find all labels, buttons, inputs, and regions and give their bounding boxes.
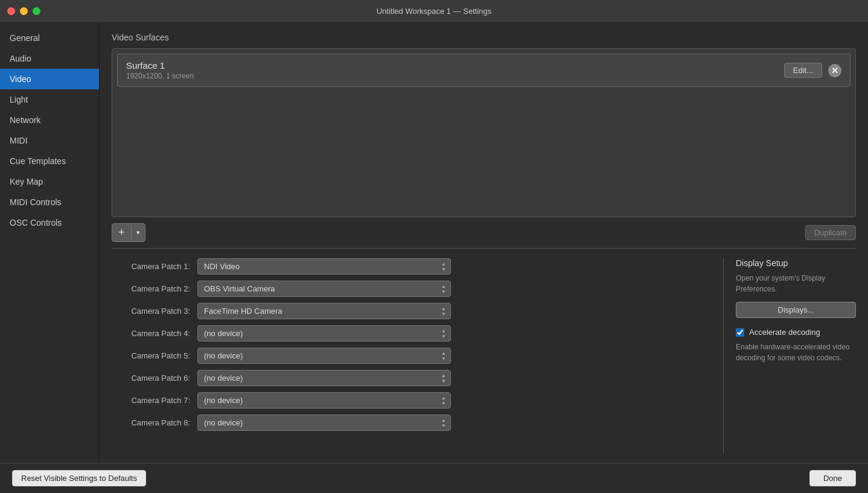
section-title: Video Surfaces (112, 33, 856, 42)
camera-patch-select-5[interactable]: (no device) (197, 370, 451, 386)
displays-button[interactable]: Displays... (736, 302, 856, 318)
content-area: Video Surfaces Surface 1 1920x1200, 1 sc… (100, 23, 868, 463)
reset-button[interactable]: Reset Visible Settings to Defaults (12, 470, 146, 486)
edit-surface-button[interactable]: Edit... (784, 63, 822, 78)
display-setup: Display Setup Open your system's Display… (723, 258, 856, 453)
toolbar-row: + ▾ Duplicate (100, 217, 868, 248)
sidebar-item-network[interactable]: Network (0, 110, 99, 130)
camera-patch-label-0: Camera Patch 1: (112, 262, 190, 271)
done-button[interactable]: Done (809, 470, 856, 486)
sidebar-item-midi-controls[interactable]: MIDI Controls (0, 192, 99, 212)
sidebar: General Audio Video Light Network MIDI C… (0, 23, 100, 463)
camera-patch-row-2: Camera Patch 3: FaceTime HD Camera (no d… (112, 303, 711, 319)
camera-patch-row-1: Camera Patch 2: OBS Virtual Camera (no d… (112, 281, 711, 297)
camera-patch-label-5: Camera Patch 6: (112, 374, 190, 383)
surface-info: Surface 1 1920x1200, 1 screen (126, 60, 194, 80)
window-controls[interactable] (7, 7, 40, 15)
duplicate-button[interactable]: Duplicate (805, 225, 856, 240)
camera-patch-label-4: Camera Patch 5: (112, 351, 190, 360)
bottom-section: Camera Patch 1: NDI Video (no device) ▲▼… (100, 249, 868, 463)
minimize-button[interactable] (20, 7, 28, 15)
camera-patch-select-3[interactable]: (no device) (197, 325, 451, 342)
camera-patch-row-5: Camera Patch 6: (no device) ▲▼ (112, 370, 711, 386)
camera-patch-label-6: Camera Patch 7: (112, 396, 190, 405)
camera-patch-select-wrapper-0: NDI Video (no device) ▲▼ (197, 258, 451, 275)
camera-patch-select-7[interactable]: (no device) (197, 415, 451, 431)
sidebar-item-general[interactable]: General (0, 28, 99, 48)
surface-card: Surface 1 1920x1200, 1 screen Edit... ✕ (117, 54, 850, 87)
camera-patch-select-wrapper-3: (no device) ▲▼ (197, 325, 451, 342)
sidebar-item-key-map[interactable]: Key Map (0, 171, 99, 192)
camera-patch-select-wrapper-1: OBS Virtual Camera (no device) ▲▼ (197, 281, 451, 297)
window-title: Untitled Workspace 1 — Settings (377, 7, 492, 16)
surface-actions: Edit... ✕ (784, 63, 841, 78)
titlebar: Untitled Workspace 1 — Settings (0, 0, 868, 23)
camera-patch-row-6: Camera Patch 7: (no device) ▲▼ (112, 392, 711, 409)
camera-patch-select-4[interactable]: (no device) (197, 348, 451, 364)
sidebar-item-video[interactable]: Video (0, 69, 99, 89)
camera-patch-select-2[interactable]: FaceTime HD Camera (no device) (197, 303, 451, 319)
surface-details: 1920x1200, 1 screen (126, 72, 194, 80)
display-setup-desc: Open your system's Display Preferences. (736, 273, 856, 294)
camera-patch-select-wrapper-2: FaceTime HD Camera (no device) ▲▼ (197, 303, 451, 319)
sidebar-item-cue-templates[interactable]: Cue Templates (0, 151, 99, 171)
add-caret-button[interactable]: ▾ (131, 226, 145, 239)
accelerate-label[interactable]: Accelerate decoding (749, 328, 820, 337)
close-button[interactable] (7, 7, 15, 15)
video-surfaces-section: Video Surfaces Surface 1 1920x1200, 1 sc… (100, 23, 868, 217)
camera-patch-select-wrapper-7: (no device) ▲▼ (197, 415, 451, 431)
maximize-button[interactable] (33, 7, 40, 15)
camera-patch-label-3: Camera Patch 4: (112, 329, 190, 338)
accelerate-checkbox[interactable] (736, 328, 744, 337)
add-dropdown-btn[interactable]: + ▾ (112, 223, 145, 242)
camera-patch-select-wrapper-5: (no device) ▲▼ (197, 370, 451, 386)
camera-patch-select-wrapper-4: (no device) ▲▼ (197, 348, 451, 364)
camera-patch-row-0: Camera Patch 1: NDI Video (no device) ▲▼ (112, 258, 711, 275)
sidebar-item-midi[interactable]: MIDI (0, 130, 99, 151)
add-plus-button[interactable]: + (112, 224, 131, 241)
camera-patch-select-wrapper-6: (no device) ▲▼ (197, 392, 451, 409)
main-layout: General Audio Video Light Network MIDI C… (0, 23, 868, 463)
accelerate-desc: Enable hardware-accelerated video decodi… (736, 342, 856, 363)
camera-patch-row-3: Camera Patch 4: (no device) ▲▼ (112, 325, 711, 342)
sidebar-item-light[interactable]: Light (0, 89, 99, 110)
camera-patch-row-4: Camera Patch 5: (no device) ▲▼ (112, 348, 711, 364)
surface-area: Surface 1 1920x1200, 1 screen Edit... ✕ (112, 48, 856, 217)
accelerate-checkbox-row: Accelerate decoding (736, 328, 856, 337)
camera-patch-row-7: Camera Patch 8: (no device) ▲▼ (112, 415, 711, 431)
camera-patch-label-2: Camera Patch 3: (112, 307, 190, 316)
camera-patch-select-1[interactable]: OBS Virtual Camera (no device) (197, 281, 451, 297)
sidebar-item-audio[interactable]: Audio (0, 48, 99, 69)
footer: Reset Visible Settings to Defaults Done (0, 463, 868, 493)
sidebar-item-osc-controls[interactable]: OSC Controls (0, 212, 99, 233)
camera-patch-label-1: Camera Patch 2: (112, 284, 190, 293)
camera-patch-select-6[interactable]: (no device) (197, 392, 451, 409)
camera-patches: Camera Patch 1: NDI Video (no device) ▲▼… (112, 258, 711, 453)
camera-patch-label-7: Camera Patch 8: (112, 418, 190, 427)
camera-patch-select-0[interactable]: NDI Video (no device) (197, 258, 451, 275)
display-setup-title: Display Setup (736, 258, 856, 268)
surface-name: Surface 1 (126, 60, 194, 71)
remove-surface-button[interactable]: ✕ (828, 64, 841, 77)
